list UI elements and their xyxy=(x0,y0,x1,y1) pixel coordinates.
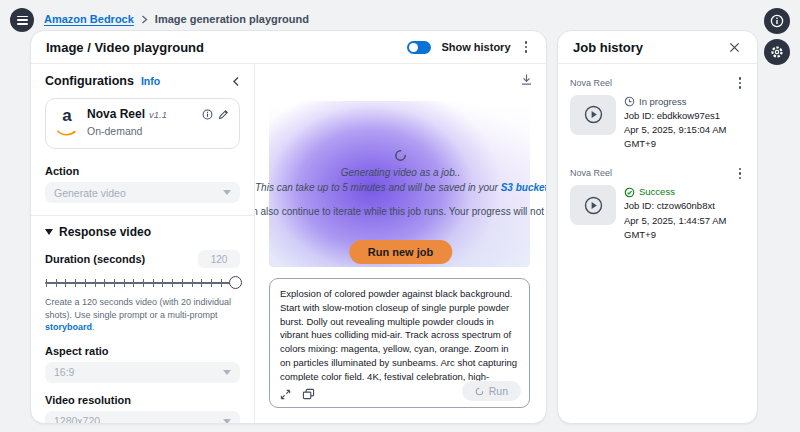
info-panel-button[interactable] xyxy=(764,8,790,34)
job-video-thumbnail[interactable] xyxy=(570,95,616,135)
breadcrumb-amazon-bedrock-link[interactable]: Amazon Bedrock xyxy=(44,13,134,25)
breadcrumb: Amazon Bedrock Image generation playgrou… xyxy=(44,13,309,25)
job-timestamp: Apr 5, 2025, 9:15:04 AM GMT+9 xyxy=(624,123,745,152)
playground-header: Image / Video playground Show history xyxy=(31,31,546,64)
job-video-thumbnail[interactable] xyxy=(570,185,616,225)
duration-help-after: . xyxy=(92,322,95,332)
video-resolution-value: 1280x720 xyxy=(54,415,100,423)
triangle-down-icon xyxy=(45,229,53,235)
page-side-buttons xyxy=(764,8,790,65)
model-name: Nova Reel xyxy=(87,107,145,121)
job-history-list: Nova Reel In progress Job ID: ebdkkow97e… xyxy=(558,64,757,265)
aspect-ratio-select[interactable]: 16:9 xyxy=(45,362,240,383)
response-video-title: Response video xyxy=(59,225,151,239)
gear-icon xyxy=(770,45,784,59)
job-history-panel: Job history Nova Reel xyxy=(557,30,758,424)
action-select-value: Generate video xyxy=(54,187,126,199)
save-status-text: This can take up to 5 minutes and will b… xyxy=(255,182,546,194)
job-id: Job ID: ebdkkow97es1 xyxy=(624,109,745,123)
job-history-title: Job history xyxy=(573,40,643,55)
run-loading-icon xyxy=(475,387,484,396)
show-history-toggle[interactable] xyxy=(407,41,431,54)
breadcrumb-current: Image generation playground xyxy=(155,13,309,25)
duration-help-before: Create a 120 seconds video (with 20 indi… xyxy=(45,297,231,320)
chevron-left-icon xyxy=(232,76,240,87)
run-new-job-button[interactable]: Run new job xyxy=(349,240,452,264)
copy-prompt-button[interactable] xyxy=(302,388,315,400)
close-icon xyxy=(729,42,740,53)
amazon-logo-icon: a xyxy=(56,107,78,140)
storyboard-link[interactable]: storyboard xyxy=(45,322,92,332)
action-label: Action xyxy=(45,165,240,177)
slider-thumb[interactable] xyxy=(229,276,242,289)
save-status-before: This can take up to 5 minutes and will b… xyxy=(255,182,501,193)
duration-input[interactable]: 120 xyxy=(198,250,240,268)
close-job-history-button[interactable] xyxy=(727,40,742,55)
generating-spinner xyxy=(255,148,546,166)
playground-title: Image / Video playground xyxy=(46,40,204,55)
duration-slider[interactable] xyxy=(45,276,240,290)
play-icon xyxy=(584,196,603,215)
video-resolution-label: Video resolution xyxy=(45,394,240,406)
generation-area: Generating video as a job.. This can tak… xyxy=(255,64,546,423)
expand-prompt-button[interactable] xyxy=(280,389,291,400)
collapse-config-button[interactable] xyxy=(232,76,240,87)
prompt-box: Explosion of colored powder against blac… xyxy=(269,278,530,408)
model-selector-card[interactable]: a Nova Reel v1.1 On-demand xyxy=(45,98,240,149)
success-icon xyxy=(624,187,635,198)
job-id: Job ID: ctzow60nb8xt xyxy=(624,199,745,213)
expand-icon xyxy=(280,389,291,400)
caret-down-icon xyxy=(223,419,231,423)
job-history-item: Nova Reel Success Job ID: ctzow60nb8xt A… xyxy=(570,165,745,243)
copy-icon xyxy=(302,388,315,400)
s3-bucket-link[interactable]: S3 bucket xyxy=(501,182,546,193)
job-status: Success xyxy=(639,185,675,199)
caret-down-icon xyxy=(223,370,231,375)
model-info-icon[interactable] xyxy=(202,109,213,120)
response-video-section-toggle[interactable]: Response video xyxy=(45,225,240,239)
in-progress-icon xyxy=(624,96,635,107)
image-video-playground-panel: Image / Video playground Show history Co… xyxy=(30,30,547,424)
download-icon xyxy=(520,73,533,86)
settings-panel-button[interactable] xyxy=(764,39,790,65)
chevron-right-icon xyxy=(141,15,148,24)
bedrock-playground-page: Amazon Bedrock Image generation playgrou… xyxy=(0,0,800,432)
action-select[interactable]: Generate video xyxy=(45,182,240,203)
download-button[interactable] xyxy=(520,72,533,90)
aspect-ratio-label: Aspect ratio xyxy=(45,345,240,357)
caret-down-icon xyxy=(223,190,231,195)
edit-model-pencil-icon[interactable] xyxy=(218,109,229,120)
info-icon xyxy=(770,14,784,28)
job-status: In progress xyxy=(639,95,687,109)
run-button-label: Run xyxy=(489,385,508,397)
run-button[interactable]: Run xyxy=(462,381,521,401)
video-resolution-select[interactable]: 1280x720 xyxy=(45,411,240,423)
aspect-ratio-value: 16:9 xyxy=(54,366,74,378)
job-model-name: Nova Reel xyxy=(570,78,612,88)
hamburger-icon xyxy=(17,16,28,25)
duration-label: Duration (seconds) xyxy=(45,253,145,265)
show-history-label: Show history xyxy=(441,41,510,53)
model-throughput: On-demand xyxy=(87,125,142,137)
duration-help-text: Create a 120 seconds video (with 20 indi… xyxy=(45,296,240,334)
playground-kebab-menu[interactable] xyxy=(521,38,532,56)
play-icon xyxy=(584,105,603,124)
prompt-textarea[interactable]: Explosion of colored powder against blac… xyxy=(280,287,519,381)
model-version: v1.1 xyxy=(149,109,167,120)
iterate-note-text: You can also continue to iterate while t… xyxy=(255,204,546,220)
slider-track xyxy=(45,282,238,284)
job-timestamp: Apr 5, 2025, 1:44:57 AM GMT+9 xyxy=(624,214,745,243)
configurations-title: Configurations xyxy=(45,74,134,88)
job-kebab-menu[interactable] xyxy=(735,165,746,183)
job-history-item: Nova Reel In progress Job ID: ebdkkow97e… xyxy=(570,74,745,152)
configurations-panel: Configurations Info a Nova Reel v1.1 xyxy=(31,64,255,423)
configurations-info-link[interactable]: Info xyxy=(141,75,160,87)
job-model-name: Nova Reel xyxy=(570,168,612,178)
job-history-header: Job history xyxy=(558,31,757,64)
job-kebab-menu[interactable] xyxy=(735,74,746,92)
generating-status-text: Generating video as a job.. xyxy=(255,167,546,178)
hamburger-menu-button[interactable] xyxy=(10,8,34,32)
